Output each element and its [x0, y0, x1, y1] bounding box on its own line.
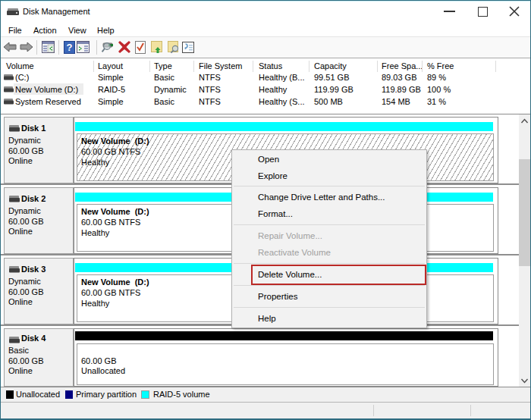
svg-text:?: ?: [67, 42, 73, 53]
